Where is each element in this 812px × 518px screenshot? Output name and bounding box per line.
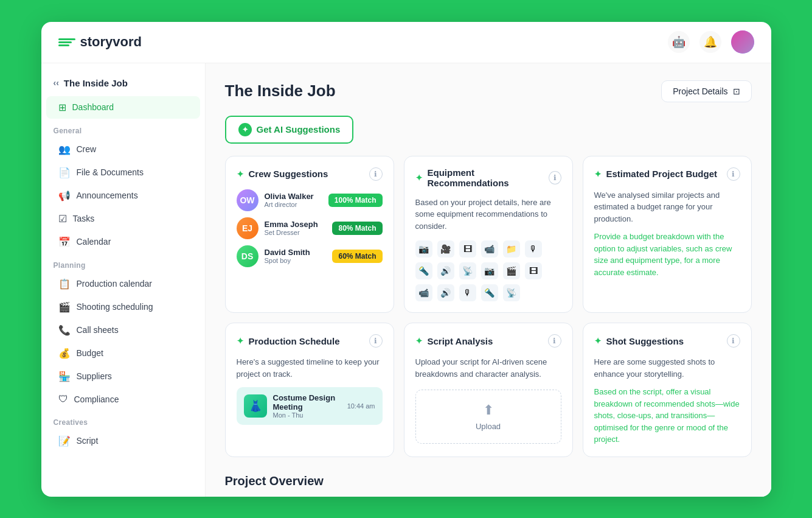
schedule-event-time: 10:44 am bbox=[347, 402, 375, 410]
logo: storyvord bbox=[58, 34, 142, 50]
production-calendar-icon: 📋 bbox=[58, 278, 71, 290]
sidebar-crew-label: Crew bbox=[77, 144, 97, 154]
sidebar-documents-label: File & Documents bbox=[77, 167, 144, 177]
sidebar-item-documents[interactable]: 📄 File & Documents bbox=[46, 161, 200, 184]
project-overview-title: Project Overview bbox=[225, 474, 752, 488]
equipment-info-btn[interactable]: ℹ bbox=[549, 171, 561, 184]
equip-icon-2: 🎥 bbox=[437, 240, 454, 257]
tasks-icon: ☑ bbox=[58, 213, 67, 225]
sidebar-item-budget[interactable]: 💰 Budget bbox=[46, 342, 200, 365]
sidebar-item-compliance[interactable]: 🛡 Compliance bbox=[46, 388, 200, 410]
avatar[interactable] bbox=[731, 30, 754, 54]
equipment-title-label: Equipment Recommendations bbox=[428, 167, 549, 188]
sidebar-callsheets-label: Call sheets bbox=[77, 325, 119, 335]
shot-suggestions-card: ✦ Shot Suggestions ℹ Here are some sugge… bbox=[583, 323, 752, 457]
script-analysis-card: ✦ Script Analysis ℹ Upload your script f… bbox=[404, 323, 573, 457]
shot-info-btn[interactable]: ℹ bbox=[727, 334, 740, 348]
equip-icon-14: 🔊 bbox=[437, 284, 454, 301]
sidebar-item-tasks[interactable]: ☑ Tasks bbox=[46, 208, 200, 230]
crew-avatar-2: EJ bbox=[237, 217, 259, 239]
sidebar-item-calendar[interactable]: 📅 Calendar bbox=[46, 231, 200, 253]
crew-ai-icon: ✦ bbox=[237, 169, 244, 179]
crew-role-3: Spot boy bbox=[265, 257, 327, 264]
script-icon: 📝 bbox=[58, 435, 71, 447]
shot-title-label: Shot Suggestions bbox=[606, 336, 684, 346]
header: storyvord 🤖 🔔 bbox=[41, 22, 771, 63]
schedule-event: 👗 Costume Design Meeting Mon - Thu 10:44… bbox=[237, 387, 383, 425]
project-details-button[interactable]: Project Details ⊡ bbox=[661, 80, 751, 102]
shot-ai-icon: ✦ bbox=[594, 336, 602, 346]
budget-info-btn[interactable]: ℹ bbox=[727, 167, 740, 181]
upload-icon: ⬆ bbox=[483, 402, 494, 418]
equip-icon-16: 🔦 bbox=[481, 284, 498, 301]
suppliers-icon: 🏪 bbox=[58, 371, 71, 382]
sidebar-item-crew[interactable]: 👥 Crew bbox=[46, 138, 200, 161]
shot-link-text: Based on the script, offer a visual brea… bbox=[594, 386, 740, 446]
script-title-label: Script Analysis bbox=[428, 336, 493, 346]
emoji-icon-btn[interactable]: 🤖 bbox=[668, 31, 690, 53]
planning-section-label: Planning bbox=[41, 254, 205, 272]
schedule-ai-icon: ✦ bbox=[237, 336, 244, 346]
main-layout: ‹‹ The Inside Job ⊞ Dashboard General 👥 … bbox=[41, 63, 771, 497]
script-info-btn[interactable]: ℹ bbox=[548, 334, 561, 348]
sidebar-announcements-label: Announcements bbox=[77, 191, 138, 200]
schedule-card-title: ✦ Production Schedule bbox=[237, 336, 340, 346]
equipment-description: Based on your project details, here are … bbox=[415, 197, 561, 233]
ai-suggestions-button[interactable]: ✦ Get AI Suggestions bbox=[225, 116, 354, 144]
sidebar-item-dashboard[interactable]: ⊞ Dashboard bbox=[46, 96, 200, 119]
equipment-card-header: ✦ Equipment Recommendations ℹ bbox=[415, 167, 561, 188]
crew-suggestions-card: ✦ Crew Suggestions ℹ OW Olivia Walker Ar… bbox=[225, 156, 394, 313]
crew-info-3: David Smith Spot boy bbox=[265, 248, 327, 264]
page-title: The Inside Job bbox=[225, 82, 336, 100]
sidebar-item-announcements[interactable]: 📢 Announcements bbox=[46, 184, 200, 207]
schedule-event-date: Mon - Thu bbox=[273, 411, 341, 419]
crew-info-2: Emma Joseph Set Dresser bbox=[265, 220, 327, 236]
ai-suggestions-label: Get AI Suggestions bbox=[257, 124, 341, 135]
sidebar-script-label: Script bbox=[77, 436, 99, 446]
equipment-card: ✦ Equipment Recommendations ℹ Based on y… bbox=[404, 156, 573, 313]
crew-member-3: DS David Smith Spot boy 60% Match bbox=[237, 245, 383, 267]
project-name: The Inside Job bbox=[64, 78, 128, 88]
sidebar: ‹‹ The Inside Job ⊞ Dashboard General 👥 … bbox=[41, 63, 206, 497]
crew-info-1: Olivia Walker Art director bbox=[265, 192, 322, 208]
equip-icon-11: 🎬 bbox=[503, 262, 520, 279]
sidebar-item-call-sheets[interactable]: 📞 Call sheets bbox=[46, 319, 200, 341]
sidebar-item-script[interactable]: 📝 Script bbox=[46, 430, 200, 452]
script-description: Upload your script for AI-driven scene b… bbox=[415, 356, 561, 380]
crew-match-2: 80% Match bbox=[332, 222, 382, 235]
upload-label: Upload bbox=[476, 422, 501, 431]
page-header: The Inside Job Project Details ⊡ bbox=[225, 80, 752, 102]
sidebar-item-shooting-scheduling[interactable]: 🎬 Shooting scheduling bbox=[46, 296, 200, 318]
equipment-icons-grid: 📷 🎥 🎞 📹 📁 🎙 🔦 🔊 📡 📷 🎬 🎞 📹 🔊 bbox=[415, 240, 561, 301]
shot-card-header: ✦ Shot Suggestions ℹ bbox=[594, 334, 740, 348]
equip-icon-6: 🎙 bbox=[525, 240, 542, 257]
notification-icon-btn[interactable]: 🔔 bbox=[699, 31, 721, 53]
crew-name-1: Olivia Walker bbox=[265, 192, 322, 201]
crew-card-title: ✦ Crew Suggestions bbox=[237, 169, 328, 179]
calendar-icon: 📅 bbox=[58, 236, 71, 248]
budget-card-header: ✦ Estimated Project Budget ℹ bbox=[594, 167, 740, 181]
project-details-icon: ⊡ bbox=[733, 86, 740, 96]
sidebar-item-production-calendar[interactable]: 📋 Production calendar bbox=[46, 273, 200, 295]
crew-info-btn[interactable]: ℹ bbox=[369, 167, 383, 181]
script-card-title: ✦ Script Analysis bbox=[415, 336, 493, 346]
equip-icon-3: 🎞 bbox=[459, 240, 476, 257]
schedule-event-title: Costume Design Meeting bbox=[273, 393, 341, 411]
budget-description: We've analysed similar projects and esti… bbox=[594, 189, 740, 225]
documents-icon: 📄 bbox=[58, 167, 71, 178]
schedule-description: Here's a suggested timeline to keep your… bbox=[237, 356, 383, 380]
script-card-header: ✦ Script Analysis ℹ bbox=[415, 334, 561, 348]
schedule-info-btn[interactable]: ℹ bbox=[369, 334, 383, 348]
upload-area[interactable]: ⬆ Upload bbox=[415, 390, 561, 444]
sidebar-item-suppliers[interactable]: 🏪 Suppliers bbox=[46, 365, 200, 388]
script-ai-icon: ✦ bbox=[415, 336, 423, 346]
crew-role-2: Set Dresser bbox=[265, 229, 327, 236]
crew-icon: 👥 bbox=[58, 144, 71, 155]
back-to-projects[interactable]: ‹‹ The Inside Job bbox=[41, 73, 205, 96]
crew-name-2: Emma Joseph bbox=[265, 220, 327, 229]
header-icons: 🤖 🔔 bbox=[668, 30, 754, 54]
schedule-event-info: Costume Design Meeting Mon - Thu bbox=[273, 393, 341, 419]
crew-role-1: Art director bbox=[265, 201, 322, 208]
equip-icon-7: 🔦 bbox=[415, 262, 432, 279]
callsheets-icon: 📞 bbox=[58, 324, 71, 336]
